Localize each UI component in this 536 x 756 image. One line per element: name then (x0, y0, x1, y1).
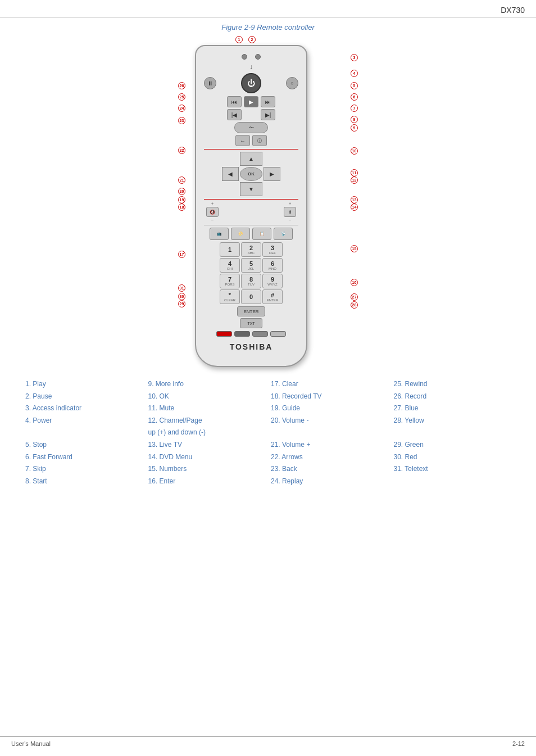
annot-4: 4 (351, 70, 358, 77)
legend-item-16: 16. Enter (148, 476, 266, 488)
ch-label: + (289, 201, 292, 206)
legend-item-19: 19. Guide (271, 402, 388, 415)
num-2[interactable]: 2ABC (241, 242, 261, 257)
num-0[interactable]: 0 (241, 289, 261, 304)
guide-button[interactable]: 📋 (252, 228, 271, 240)
legend-item-3: 3. Access indicator (25, 402, 143, 415)
annot-24: 24 (178, 105, 185, 112)
annot-26: 26 (178, 82, 185, 89)
legend-item-6: 6. Fast Forward (25, 451, 143, 464)
annot-7: 7 (351, 105, 358, 112)
play-button[interactable]: ▶ (244, 96, 258, 107)
dpad-right[interactable]: ▶ (264, 167, 280, 181)
num-6[interactable]: 6MNO (262, 258, 283, 273)
num-3[interactable]: 3DEF (262, 242, 283, 257)
skip-forward-button[interactable]: ▶| (261, 109, 275, 120)
num-8[interactable]: 8TUV (241, 274, 261, 288)
num-1[interactable]: 1 (220, 242, 240, 257)
annot-17: 17 (178, 251, 185, 258)
brand-logo: TOSHIBA (204, 342, 298, 351)
separator-red-2 (204, 199, 298, 200)
ch-button[interactable]: ⬆ (284, 207, 296, 217)
legend-item-7: 7. Skip (25, 463, 143, 476)
teletext-row: TXT (204, 318, 298, 328)
legend-item-28: 28. Yellow (394, 415, 511, 427)
legend-item-17: 17. Clear (271, 378, 388, 391)
legend-list-3: 17. Clear 18. Recorded TV 19. Guide 20. … (271, 378, 388, 487)
teletext-button[interactable]: TXT (240, 318, 262, 328)
back-button[interactable]: ← (235, 135, 250, 146)
num-7[interactable]: 7PQRS (220, 274, 240, 288)
ir-emitter: ↓ (249, 63, 253, 71)
dpad-left[interactable]: ◀ (222, 167, 239, 181)
legend-item-21: 21. Volume + (271, 439, 388, 451)
legend-col-4: 25. Rewind 26. Record 27. Blue 28. Yello… (391, 378, 514, 487)
dpad-ok[interactable]: OK (240, 167, 262, 181)
fast-forward-button[interactable]: ⏭ (261, 96, 275, 107)
color-buttons-row (204, 331, 298, 337)
red-button[interactable] (216, 331, 232, 337)
num-star[interactable]: *CLEAR (220, 289, 240, 304)
num-5[interactable]: 5JKL (241, 258, 261, 273)
ch-minus-label: − (289, 218, 292, 223)
legend-item-25: 25. Rewind (394, 378, 511, 391)
livetv-button[interactable]: 📡 (274, 228, 293, 240)
annot-19: 19 (178, 196, 185, 203)
footer-right: 2-12 (512, 740, 525, 747)
scroll-wheel[interactable]: 〜 (234, 122, 268, 133)
legend-section: 1. Play 2. Pause 3. Access indicator 4. … (22, 378, 514, 487)
annot-20: 20 (178, 188, 185, 195)
dpad-up[interactable]: ▲ (240, 152, 262, 166)
num-hash[interactable]: #ENTER (262, 289, 283, 304)
annot-22: 22 (178, 147, 185, 154)
footer-left: User's Manual (11, 740, 51, 747)
annot-18: 18 (178, 203, 185, 211)
recorded-tv-button[interactable]: 📺 (210, 228, 229, 240)
light-button[interactable] (270, 331, 286, 337)
legend-item-20: 20. Volume - (271, 415, 388, 427)
legend-item-29: 29. Green (394, 439, 511, 451)
legend-item-9: 9. More info (148, 378, 266, 391)
grey2-button[interactable] (252, 331, 268, 337)
power-button[interactable]: ⏻ (241, 73, 261, 93)
legend-item-24: 24. Replay (271, 476, 388, 488)
dvd-menu-button[interactable]: 📀 (231, 228, 250, 240)
num-4[interactable]: 4GHI (220, 258, 240, 273)
vol-minus-label: − (211, 218, 214, 223)
grey-button[interactable] (234, 331, 250, 337)
annot-6: 6 (351, 93, 358, 101)
legend-item-8: 8. Start (25, 476, 143, 488)
annot-23: 23 (178, 117, 185, 124)
info-button[interactable]: ⓘ (252, 135, 267, 146)
sleep-button[interactable]: ○ (286, 77, 298, 89)
legend-item-26: 26. Record (394, 391, 511, 403)
standby-button[interactable]: ⏸ (204, 77, 216, 89)
dpad: ▲ ◀ OK ▶ ▼ (222, 152, 280, 196)
legend-item-30: 30. Red (394, 451, 511, 464)
legend-item-5: 5. Stop (25, 439, 143, 451)
legend-item-2: 2. Pause (25, 391, 143, 403)
num-9[interactable]: 9WXYZ (262, 274, 283, 288)
dpad-down[interactable]: ▼ (240, 182, 262, 196)
legend-item-31: 31. Teletext (394, 463, 511, 476)
annot-16: 16 (351, 279, 358, 286)
annot-9: 9 (351, 124, 358, 132)
legend-item-27: 27. Blue (394, 402, 511, 415)
legend-item-12b: up (+) and down (-) (148, 427, 266, 439)
vol-mute-button[interactable]: 🔇 (206, 207, 219, 217)
legend-list-1: 1. Play 2. Pause 3. Access indicator 4. … (25, 378, 143, 487)
rewind-button[interactable]: ⏮ (227, 96, 242, 107)
page-title: DX730 (501, 6, 525, 15)
annot-30: 30 (178, 293, 185, 300)
legend-item-22: 22. Arrows (271, 451, 388, 464)
led-1 (242, 54, 247, 60)
annot-25: 25 (178, 93, 185, 101)
legend-item-13: 13. Live TV (148, 439, 266, 451)
spacer (244, 109, 258, 120)
legend-list-2: 9. More info 10. OK 11. Mute 12. Channel… (148, 378, 266, 487)
enter-button[interactable]: ENTER (237, 306, 265, 316)
func-btn-row: 📺 📀 📋 📡 (204, 228, 298, 240)
annot-29: 29 (178, 300, 185, 307)
separator-red (204, 149, 298, 150)
skip-back-button[interactable]: |◀ (227, 109, 242, 120)
